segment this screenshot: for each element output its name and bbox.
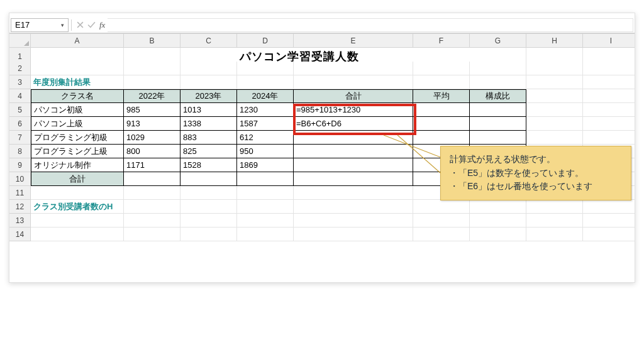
cell-C9[interactable]: 1528 xyxy=(180,158,237,172)
row-header-11[interactable]: 11 xyxy=(9,186,31,200)
col-header-E[interactable]: E xyxy=(294,34,413,48)
cell-F6[interactable] xyxy=(413,117,470,131)
row-header-7[interactable]: 7 xyxy=(9,131,31,145)
th-class: クラス名 xyxy=(31,89,124,103)
row-header-8[interactable]: 8 xyxy=(9,145,31,158)
row-header-4[interactable]: 4 xyxy=(9,89,31,103)
col-header-A[interactable]: A xyxy=(31,34,124,48)
cancel-icon[interactable] xyxy=(74,19,86,31)
cell-B7[interactable]: 1029 xyxy=(124,131,180,145)
cell-A10[interactable]: 合計 xyxy=(31,172,124,186)
cell-B6[interactable]: 913 xyxy=(124,117,180,131)
cell-C8[interactable]: 825 xyxy=(180,145,237,158)
th-total: 合計 xyxy=(294,89,413,103)
col-header-I[interactable]: I xyxy=(583,34,635,48)
spreadsheet-grid[interactable]: A B C D E F G H I 1 パソコン学習受講人数 2 3 年度別集計… xyxy=(9,33,635,241)
row-header-12[interactable]: 12 xyxy=(9,200,31,214)
cell-G7[interactable] xyxy=(470,131,526,145)
th-2022: 2022年 xyxy=(124,89,180,103)
cell-E10[interactable] xyxy=(294,172,413,186)
col-header-H[interactable]: H xyxy=(526,34,583,48)
cell-E6[interactable]: =B6+C6+D6 xyxy=(294,117,413,131)
col-header-D[interactable]: D xyxy=(237,34,294,48)
cell-C10[interactable] xyxy=(180,172,237,186)
cell-C5[interactable]: 1013 xyxy=(180,103,237,117)
col-header-G[interactable]: G xyxy=(470,34,526,48)
cell-E9[interactable] xyxy=(294,158,413,172)
callout-line2: ・「E5」は数字を使っています。 xyxy=(450,167,622,180)
cell-A9[interactable]: オリジナル制作 xyxy=(31,158,124,172)
cell-E7[interactable] xyxy=(294,131,413,145)
cell-A2[interactable] xyxy=(31,62,124,75)
cell-C6[interactable]: 1338 xyxy=(180,117,237,131)
th-ratio: 構成比 xyxy=(470,89,526,103)
cell-E8[interactable] xyxy=(294,145,413,158)
col-header-B[interactable]: B xyxy=(124,34,180,48)
select-all-corner[interactable] xyxy=(9,34,31,48)
formula-bar: E17 ▾ fx xyxy=(9,17,635,33)
fx-label[interactable]: fx xyxy=(97,20,108,30)
cell-E5[interactable]: =985+1013+1230 xyxy=(294,103,413,117)
cell-F7[interactable] xyxy=(413,131,470,145)
formula-input[interactable] xyxy=(108,18,633,32)
row-header-9[interactable]: 9 xyxy=(9,158,31,172)
cell-D5[interactable]: 1230 xyxy=(237,103,294,117)
th-2023: 2023年 xyxy=(180,89,237,103)
callout-line1: 計算式が見える状態です。 xyxy=(450,153,622,167)
cell-F5[interactable] xyxy=(413,103,470,117)
name-box-value: E17 xyxy=(15,20,30,30)
cell-G5[interactable] xyxy=(470,103,526,117)
cell-A12[interactable]: クラス別受講者数のH xyxy=(31,200,124,214)
cell-A6[interactable]: パソコン上級 xyxy=(31,117,124,131)
th-2024: 2024年 xyxy=(237,89,294,103)
cell-B5[interactable]: 985 xyxy=(124,103,180,117)
cell-D6[interactable]: 1587 xyxy=(237,117,294,131)
callout-annotation: 計算式が見える状態です。 ・「E5」は数字を使っています。 ・「E6」はセル番地… xyxy=(440,146,631,200)
cell-A5[interactable]: パソコン初級 xyxy=(31,103,124,117)
cell-B9[interactable]: 1171 xyxy=(124,158,180,172)
row-header-6[interactable]: 6 xyxy=(9,117,31,131)
col-header-F[interactable]: F xyxy=(413,34,470,48)
cell-D9[interactable]: 1869 xyxy=(237,158,294,172)
row-header-2[interactable]: 2 xyxy=(9,62,31,75)
callout-line3: ・「E6」はセル番地を使っています xyxy=(450,180,622,194)
row-header-10[interactable]: 10 xyxy=(9,172,31,186)
row-header-13[interactable]: 13 xyxy=(9,214,31,228)
name-box[interactable]: E17 ▾ xyxy=(11,18,69,32)
th-avg: 平均 xyxy=(413,89,470,103)
cell-G6[interactable] xyxy=(470,117,526,131)
col-header-C[interactable]: C xyxy=(180,34,237,48)
cell-D8[interactable]: 950 xyxy=(237,145,294,158)
cell-B10[interactable] xyxy=(124,172,180,186)
cell-A8[interactable]: プログラミング上級 xyxy=(31,145,124,158)
enter-icon[interactable] xyxy=(86,19,97,31)
cell-A7[interactable]: プログラミング初級 xyxy=(31,131,124,145)
section-label: 年度別集計結果 xyxy=(31,75,124,89)
row-header-5[interactable]: 5 xyxy=(9,103,31,117)
row-header-14[interactable]: 14 xyxy=(9,228,31,241)
separator xyxy=(71,19,72,31)
chevron-down-icon[interactable]: ▾ xyxy=(61,22,64,28)
row-header-3[interactable]: 3 xyxy=(9,75,31,89)
cell-B8[interactable]: 800 xyxy=(124,145,180,158)
cell-C7[interactable]: 883 xyxy=(180,131,237,145)
cell-D7[interactable]: 612 xyxy=(237,131,294,145)
cell-D10[interactable] xyxy=(237,172,294,186)
